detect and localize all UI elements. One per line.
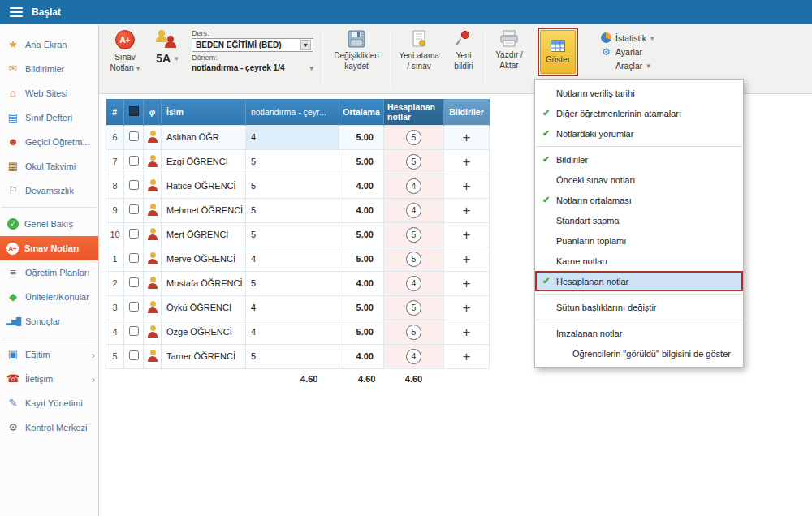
student-avatar-icon[interactable] [147,325,158,338]
sidebar-item-sonu-lar[interactable]: ▂▅█ Sonuçlar [0,309,98,333]
add-notice-button[interactable]: + [463,325,471,340]
sidebar-item-ana-ekran[interactable]: ★ Ana Ekran [0,32,98,57]
grade-cell[interactable]: 5 [246,344,339,368]
student-avatar-icon[interactable] [147,350,158,362]
row-checkbox[interactable] [129,277,139,287]
exam-grades-button[interactable]: A+ Sınav Notları ▾ [102,27,148,91]
sidebar-item-kontrol-merkezi[interactable]: ⚙ Kontrol Merkezi [0,415,98,440]
statistics-button[interactable]: İstatistik ▾ [601,32,654,43]
student-avatar-icon[interactable] [147,179,158,191]
sidebar-item-e-itim[interactable]: ▣ Eğitim › [0,342,98,367]
student-avatar-icon[interactable] [147,155,158,167]
student-name[interactable]: Tamer ÖĞRENCİ [162,344,246,368]
grade-cell[interactable]: 4 [246,295,339,320]
row-checkbox[interactable] [129,204,139,214]
col-header-calculated[interactable]: Hesaplanan notlar [384,99,444,125]
sidebar-item-s-nav-notlar[interactable]: A+ Sınav Notları [0,236,98,260]
topbar-title[interactable]: Başlat [32,6,61,18]
student-name[interactable]: Hatice ÖĞRENCİ [162,174,246,198]
print-export-button[interactable]: Yazdır / Aktar [488,27,530,91]
add-notice-button[interactable]: + [463,300,471,316]
settings-button[interactable]: ⚙ Ayarlar [601,46,654,58]
sidebar-item-devams-zl-k[interactable]: ⚐ Devamsızlık [0,178,98,203]
sidebar-item-retim-planlar[interactable]: ≡ Öğretim Planları [0,260,98,285]
new-assignment-button[interactable]: Yeni atama / sınav [393,27,445,91]
menu-item-karne-notlar[interactable]: Karne notları [535,251,743,271]
row-checkbox[interactable] [129,302,139,312]
show-button[interactable]: Göster [540,30,576,74]
col-header-grading[interactable]: notlandırma - çeyr... [246,99,339,125]
row-checkbox[interactable] [129,131,139,141]
sidebar-item-okul-takvimi[interactable]: ▦ Okul Takvimi [0,154,98,178]
add-notice-button[interactable]: + [463,130,471,145]
student-avatar-icon[interactable] [147,301,158,313]
row-checkbox[interactable] [129,253,139,263]
new-notice-button[interactable]: Yeni bildiri [445,27,482,91]
add-notice-button[interactable]: + [463,349,471,364]
student-name[interactable]: Mehmet ÖĞRENCİ [162,198,246,222]
grade-cell[interactable]: 5 [246,174,339,198]
save-changes-button[interactable]: Değişiklikleri kaydet [326,27,387,91]
class-selector[interactable]: 5A ▾ [148,27,187,91]
sidebar-item-bildirimler[interactable]: ✉ Bildirimler [0,57,98,81]
col-header-notices[interactable]: Bildiriler [444,99,490,125]
add-notice-button[interactable]: + [463,227,471,243]
student-name[interactable]: Öykü ÖĞRENCİ [162,295,246,320]
menu-item-notlar-n-ortalamas[interactable]: ✔ Notların ortalaması [535,190,743,210]
row-checkbox[interactable] [129,326,139,336]
student-name[interactable]: Ezgi ÖĞRENCİ [162,149,246,174]
menu-item-s-tun-ba-l-klar-n-de-i-tir[interactable]: Sütun başlıklarını değiştir [535,297,743,317]
student-name[interactable]: Mert ÖĞRENCİ [162,222,246,247]
row-checkbox[interactable] [129,156,139,166]
menu-item-rencilerin-g-r-ld-bilgisini-de-g-ster[interactable]: Öğrencilerin "görüldü" bilgisini de göst… [535,343,743,363]
hamburger-menu-icon[interactable] [10,7,23,17]
sidebar-item-ge-ici-retm[interactable]: ☻ Geçici Öğretm... [0,130,98,154]
sidebar-item-i-leti-im[interactable]: ☎ İletişim › [0,367,98,391]
row-checkbox[interactable] [129,229,139,239]
sidebar-item-niteler-konular[interactable]: ◆ Üniteler/Konular [0,285,98,309]
menu-item-di-er-retmenlerinin-atamalar[interactable]: ✔ Diğer öğretmenlerinin atamaları [535,103,743,123]
add-notice-button[interactable]: + [463,252,471,267]
grade-cell[interactable]: 4 [246,247,339,271]
add-notice-button[interactable]: + [463,178,471,194]
student-name[interactable]: Merve ÖĞRENCİ [162,247,246,271]
course-select[interactable]: BEDEN EĞİTİMİ (BED) ▾ [192,38,313,52]
student-name[interactable]: Özge ÖĞRENCİ [162,320,246,344]
grade-cell[interactable]: 5 [246,222,339,247]
menu-item-hesaplanan-notlar[interactable]: ✔ Hesaplanan notlar [535,271,743,291]
add-notice-button[interactable]: + [463,276,471,291]
row-checkbox[interactable] [129,350,139,360]
grade-cell[interactable]: 4 [246,320,339,344]
student-name[interactable]: Mustafa ÖĞRENCİ [162,271,246,295]
menu-item-standart-sapma[interactable]: Standart sapma [535,210,743,230]
menu-item-notlar-n-verili-tarihi[interactable]: Notların veriliş tarihi [535,83,743,103]
student-avatar-icon[interactable] [147,277,158,289]
term-select[interactable]: notlandırma - çeyrek 1/4 ▾ [192,63,313,72]
grade-cell[interactable]: 4 [246,125,339,149]
student-avatar-icon[interactable] [147,252,158,264]
col-header-average[interactable]: Ortalama [339,99,384,125]
education-icon: ▣ [6,348,19,361]
student-name[interactable]: Aslıhan ÖĞR [162,125,246,149]
add-notice-button[interactable]: + [463,154,471,170]
sidebar-item-genel-bak[interactable]: ✓ Genel Bakış [0,212,98,236]
menu-item-bildiriler[interactable]: ✔ Bildiriler [535,149,743,170]
sidebar-item-web-sitesi[interactable]: ⌂ Web Sitesi [0,81,98,105]
menu-item-notlardaki-yorumlar[interactable]: ✔ Notlardaki yorumlar [535,123,743,144]
grade-cell[interactable]: 5 [246,149,339,174]
sidebar-item-kay-t-y-netimi[interactable]: ✎ Kayıt Yönetimi [0,391,98,415]
select-all-checkbox[interactable] [129,106,139,116]
grade-cell[interactable]: 5 [246,198,339,222]
student-avatar-icon[interactable] [147,228,158,240]
tools-button[interactable]: Araçlar ▾ [601,61,654,71]
student-avatar-icon[interactable] [147,131,158,143]
menu-item-puanlar-n-toplam[interactable]: Puanların toplamı [535,230,743,251]
sidebar-item-s-n-f-defteri[interactable]: ▤ Sınıf Defteri [0,105,98,130]
row-checkbox[interactable] [129,180,139,190]
menu-item-nceki-s-nav-notlar[interactable]: Önceki sınav notları [535,170,743,190]
grade-cell[interactable]: 5 [246,271,339,295]
col-header-name[interactable]: İsim [162,99,246,125]
menu-item-i-mzalanan-notlar[interactable]: İmzalanan notlar [535,323,743,343]
add-notice-button[interactable]: + [463,203,471,218]
student-avatar-icon[interactable] [147,204,158,216]
